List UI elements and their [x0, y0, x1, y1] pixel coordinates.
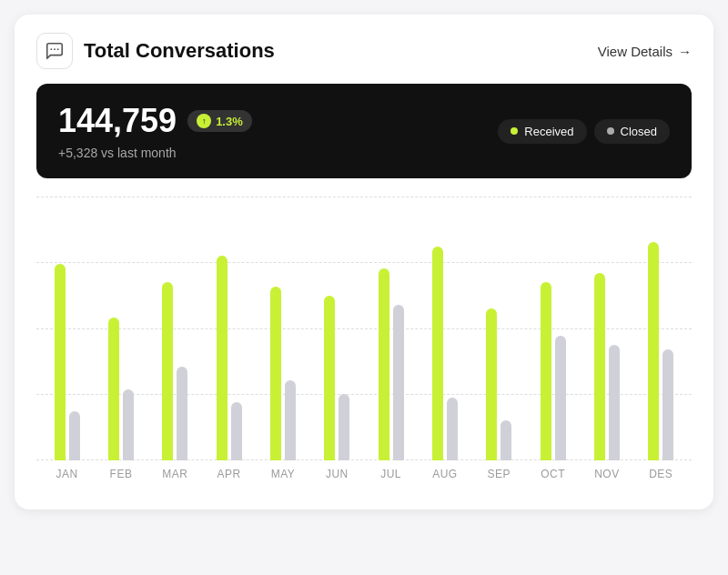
received-label: Received	[524, 125, 573, 138]
bar-group	[94, 224, 147, 460]
month-label: FEB	[94, 468, 147, 480]
bar-closed	[500, 420, 511, 460]
legend: Received Closed	[498, 119, 670, 144]
bar-closed	[285, 380, 296, 460]
month-label: AUG	[418, 468, 471, 480]
bar-closed	[69, 411, 80, 460]
closed-dot	[607, 127, 614, 135]
bar-closed	[555, 336, 566, 460]
bar-pair	[217, 224, 242, 460]
bar-group	[256, 224, 309, 460]
vs-last-month: +5,328 vs last month	[58, 146, 252, 160]
bar-received	[270, 287, 281, 460]
bar-group	[40, 224, 94, 460]
bar-group	[148, 224, 202, 460]
month-label: OCT	[526, 468, 580, 480]
arrow-right-icon: →	[678, 44, 692, 59]
chat-icon-wrapper	[36, 33, 73, 69]
month-label: MAY	[256, 468, 309, 480]
bar-pair	[486, 224, 511, 460]
closed-label: Closed	[621, 125, 657, 138]
bar-closed	[123, 389, 134, 460]
bar-closed	[662, 349, 673, 460]
bar-closed	[339, 394, 349, 460]
bar-group	[310, 224, 364, 460]
bar-pair	[270, 224, 296, 460]
month-label: JAN	[40, 468, 94, 480]
bar-group	[580, 224, 633, 460]
bar-received	[594, 273, 605, 460]
bar-group	[202, 224, 256, 460]
svg-point-1	[50, 48, 52, 50]
bar-received	[648, 242, 659, 460]
bars-container	[40, 197, 688, 460]
bar-received	[379, 268, 389, 460]
bar-pair	[108, 224, 134, 460]
bar-group	[364, 224, 418, 460]
stats-main: 144,759 ↑ 1.3%	[58, 102, 252, 140]
month-label: MAR	[148, 468, 202, 480]
up-arrow-icon: ↑	[197, 114, 211, 128]
bar-group	[634, 224, 688, 460]
month-label: NOV	[580, 468, 633, 480]
main-number: 144,759	[58, 102, 177, 140]
page-title: Total Conversations	[84, 39, 275, 63]
stats-box: 144,759 ↑ 1.3% +5,328 vs last month Rece…	[36, 84, 692, 178]
bar-closed	[393, 305, 404, 460]
card-header: Total Conversations View Details →	[36, 33, 692, 69]
bar-received	[486, 308, 497, 460]
bar-closed	[609, 345, 620, 460]
bar-pair	[379, 224, 404, 460]
month-labels: JANFEBMARAPRMAYJUNJULAUGSEPOCTNOVDES	[40, 468, 688, 480]
bar-closed	[177, 367, 187, 460]
bar-received	[541, 282, 551, 460]
view-details-button[interactable]: View Details →	[598, 44, 692, 59]
chart-area: JANFEBMARAPRMAYJUNJULAUGSEPOCTNOVDES	[36, 197, 692, 488]
month-label: SEP	[472, 468, 526, 480]
bar-received	[324, 296, 335, 460]
bar-received	[217, 256, 228, 460]
bar-group	[526, 224, 580, 460]
svg-point-0	[54, 48, 56, 50]
bar-pair	[55, 224, 80, 460]
bar-received	[108, 318, 119, 460]
change-badge: ↑ 1.3%	[187, 110, 252, 132]
bar-pair	[432, 224, 458, 460]
month-label: DES	[634, 468, 688, 480]
received-dot	[511, 127, 518, 135]
bar-group	[418, 224, 471, 460]
bar-pair	[541, 224, 566, 460]
total-conversations-card: Total Conversations View Details → 144,7…	[15, 15, 713, 509]
month-label: APR	[202, 468, 256, 480]
bar-closed	[231, 402, 242, 460]
legend-closed[interactable]: Closed	[594, 119, 670, 144]
month-label: JUN	[310, 468, 364, 480]
bar-pair	[648, 224, 673, 460]
view-details-label: View Details	[598, 44, 672, 59]
bar-received	[162, 282, 173, 460]
bar-pair	[594, 224, 620, 460]
bar-received	[55, 264, 66, 460]
svg-point-2	[57, 48, 59, 50]
stats-left: 144,759 ↑ 1.3% +5,328 vs last month	[58, 102, 252, 160]
chat-icon	[45, 41, 65, 61]
bar-closed	[447, 398, 458, 460]
bar-pair	[162, 224, 187, 460]
header-left: Total Conversations	[36, 33, 275, 69]
bar-group	[472, 224, 526, 460]
bar-received	[432, 247, 443, 460]
month-label: JUL	[364, 468, 418, 480]
change-percent: 1.3%	[216, 115, 243, 128]
legend-received[interactable]: Received	[498, 119, 586, 144]
bar-pair	[324, 224, 349, 460]
